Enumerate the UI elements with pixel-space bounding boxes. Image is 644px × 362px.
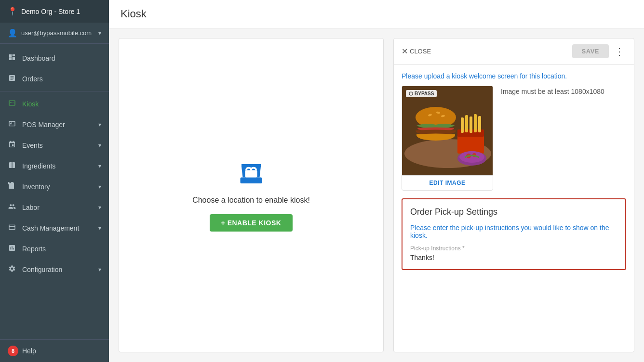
- ingredients-icon: [8, 161, 16, 170]
- configuration-icon: [8, 265, 16, 274]
- help-section[interactable]: 8 Help: [0, 339, 109, 362]
- labor-label: Labor: [22, 204, 40, 211]
- sidebar-item-labor[interactable]: Labor ▾: [0, 197, 109, 218]
- inventory-icon: [8, 182, 16, 191]
- more-options-button[interactable]: ⋮: [613, 46, 626, 57]
- sidebar-item-reports[interactable]: Reports: [0, 238, 109, 259]
- sidebar-item-dashboard[interactable]: Dashboard: [0, 48, 109, 68]
- sidebar: 📍 Demo Org - Store 1 👤 user@bypassmobile…: [0, 0, 109, 362]
- sidebar-item-configuration[interactable]: Configuration ▾: [0, 259, 109, 280]
- user-info: 👤 user@bypassmobile.com: [8, 28, 92, 38]
- orders-icon: [8, 74, 16, 83]
- cash-chevron-icon: ▾: [98, 225, 101, 232]
- store-icon: [234, 159, 268, 188]
- close-x-icon: ✕: [402, 47, 408, 56]
- kiosk-icon: [8, 99, 16, 108]
- labor-icon: [8, 203, 16, 212]
- user-menu[interactable]: 👤 user@bypassmobile.com ▾: [0, 23, 109, 44]
- sidebar-nav: Dashboard Orders Kiosk: [0, 44, 109, 339]
- svg-rect-14: [478, 116, 481, 132]
- sidebar-item-inventory[interactable]: Inventory ▾: [0, 176, 109, 197]
- svg-rect-11: [465, 115, 468, 132]
- pickup-prompt: Please enter the pick-up instructions yo…: [410, 224, 617, 239]
- order-pickup-title: Order Pick-up Settings: [410, 207, 617, 217]
- pickup-value: Thanks!: [410, 254, 617, 261]
- cash-icon: [8, 223, 16, 233]
- configuration-label: Configuration: [22, 266, 62, 273]
- main-content: Kiosk Choose a location to enable kiosk!…: [109, 0, 644, 362]
- svg-rect-10: [461, 117, 464, 133]
- page-header: Kiosk: [109, 0, 644, 28]
- svg-rect-13: [474, 114, 477, 132]
- save-button[interactable]: SAVE: [572, 44, 609, 58]
- labor-chevron-icon: ▾: [98, 204, 101, 211]
- enable-kiosk-prompt: Choose a location to enable kiosk!: [192, 196, 310, 205]
- sidebar-header: 📍 Demo Org - Store 1: [0, 0, 109, 23]
- sidebar-item-orders[interactable]: Orders: [0, 68, 109, 89]
- inventory-label: Inventory: [22, 183, 50, 191]
- svg-rect-0: [241, 177, 262, 183]
- upload-prompt: Please upload a kiosk welcome screen for…: [402, 72, 626, 80]
- ingredients-label: Ingredients: [22, 162, 55, 170]
- ingredients-chevron-icon: ▾: [98, 163, 101, 169]
- close-label: CLOSE: [410, 48, 431, 55]
- bypass-text: BYPASS: [415, 91, 434, 96]
- reports-label: Reports: [22, 245, 46, 253]
- events-label: Events: [22, 142, 43, 149]
- bypass-watermark: ⬡ BYPASS: [406, 90, 437, 97]
- main-body: Choose a location to enable kiosk! + ENA…: [109, 28, 644, 362]
- dashboard-label: Dashboard: [22, 54, 55, 62]
- center-panel: Choose a location to enable kiosk! + ENA…: [119, 38, 384, 352]
- enable-kiosk-button[interactable]: + ENABLE KIOSK: [210, 214, 293, 232]
- org-name: Demo Org - Store 1: [21, 8, 80, 15]
- right-panel-content: Please upload a kiosk welcome screen for…: [394, 65, 634, 352]
- image-note: Image must be at least 1080x1080: [501, 86, 604, 95]
- nav-divider-1: [0, 91, 109, 91]
- panel-actions: SAVE ⋮: [572, 44, 626, 58]
- svg-rect-1: [245, 170, 257, 177]
- close-button[interactable]: ✕ CLOSE: [402, 47, 431, 56]
- order-pickup-section: Order Pick-up Settings Please enter the …: [402, 198, 626, 270]
- svg-rect-12: [470, 116, 472, 133]
- sidebar-item-ingredients[interactable]: Ingredients ▾: [0, 155, 109, 176]
- location-icon: 📍: [8, 7, 17, 16]
- image-section: ⬡ BYPASS: [402, 86, 626, 191]
- image-note-container: Image must be at least 1080x1080: [501, 86, 604, 95]
- pos-icon: [8, 120, 16, 129]
- edit-image-button[interactable]: EDIT IMAGE: [402, 175, 493, 190]
- user-icon: 👤: [8, 28, 17, 38]
- events-chevron-icon: ▾: [98, 142, 101, 149]
- sidebar-item-cash-management[interactable]: Cash Management ▾: [0, 218, 109, 238]
- config-chevron-icon: ▾: [98, 266, 101, 273]
- dashboard-icon: [8, 53, 16, 63]
- image-container: ⬡ BYPASS: [402, 86, 493, 191]
- right-panel: ✕ CLOSE SAVE ⋮ Please upload a kiosk wel…: [393, 38, 634, 352]
- reports-icon: [8, 244, 16, 253]
- user-email: user@bypassmobile.com: [21, 29, 92, 37]
- orders-label: Orders: [22, 75, 43, 83]
- cash-management-label: Cash Management: [22, 224, 79, 232]
- events-icon: [8, 141, 16, 150]
- kiosk-label: Kiosk: [22, 100, 39, 108]
- page-title: Kiosk: [121, 8, 632, 20]
- food-image-inner: ⬡ BYPASS: [402, 86, 493, 175]
- pickup-label: Pick-up Instructions *: [410, 245, 617, 252]
- help-label: Help: [22, 347, 36, 355]
- sidebar-item-pos-manager[interactable]: POS Manager ▾: [0, 114, 109, 135]
- inventory-chevron-icon: ▾: [98, 183, 101, 190]
- svg-point-16: [459, 151, 484, 163]
- pos-chevron-icon: ▾: [98, 121, 101, 128]
- food-image: ⬡ BYPASS: [402, 86, 493, 175]
- user-chevron-icon: ▾: [98, 30, 101, 37]
- help-badge: 8: [8, 346, 18, 356]
- sidebar-item-kiosk[interactable]: Kiosk: [0, 93, 109, 114]
- right-panel-header: ✕ CLOSE SAVE ⋮: [394, 39, 634, 65]
- sidebar-item-events[interactable]: Events ▾: [0, 135, 109, 155]
- right-panel-wrapper: ✕ CLOSE SAVE ⋮ Please upload a kiosk wel…: [393, 38, 634, 352]
- bypass-logo-icon: ⬡: [409, 91, 413, 96]
- pos-label: POS Manager: [22, 121, 65, 129]
